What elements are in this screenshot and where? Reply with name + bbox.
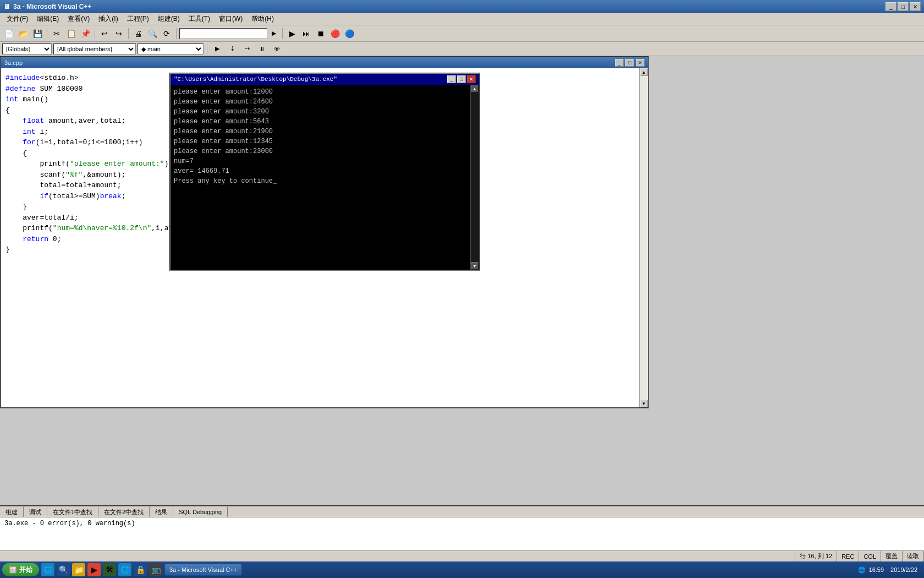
copy-button[interactable]: 📋 bbox=[64, 27, 78, 40]
app-title: 3a - Microsoft Visual C++ bbox=[13, 3, 92, 10]
console-maximize-button[interactable]: □ bbox=[457, 75, 466, 83]
save-button[interactable]: 💾 bbox=[31, 27, 44, 40]
cut-button[interactable]: ✂ bbox=[50, 27, 63, 40]
start-label: 开始 bbox=[19, 565, 32, 575]
editor-scrollbar[interactable]: ▲ ▼ bbox=[639, 68, 648, 407]
minimize-button[interactable]: _ bbox=[886, 2, 897, 11]
taskbar-search-icon[interactable]: 🔍 bbox=[57, 563, 70, 576]
step-over-button[interactable]: ⇢ bbox=[240, 42, 254, 56]
tab-find2[interactable]: 在文件2中查找 bbox=[98, 506, 150, 517]
search-input[interactable] bbox=[179, 28, 267, 39]
maximize-button[interactable]: □ bbox=[898, 2, 909, 11]
start-button[interactable]: 🪟 开始 bbox=[2, 563, 39, 576]
halt-button[interactable]: ⏸ bbox=[255, 42, 268, 56]
menu-window[interactable]: 窗口(W) bbox=[215, 13, 247, 25]
search-go-button[interactable]: ▶ bbox=[268, 27, 279, 40]
function-combo[interactable]: ◆ main bbox=[138, 43, 204, 54]
taskbar-time: 16:59 bbox=[869, 566, 884, 573]
step-into-button[interactable]: ⇣ bbox=[226, 42, 239, 56]
menu-insert[interactable]: 插入(I) bbox=[94, 13, 122, 25]
taskbar-vpn-icon[interactable]: 🔒 bbox=[134, 563, 147, 576]
taskbar-ie-icon[interactable]: 🌐 bbox=[41, 563, 54, 576]
scroll-down-button[interactable]: ▼ bbox=[640, 400, 648, 407]
main-toolbar: 📄 📂 💾 ✂ 📋 📌 ↩ ↪ 🖨 🔍 ⟳ ▶ ▶ ⏭ ⏹ 🔴 🔵 bbox=[0, 25, 924, 42]
globals-combo[interactable]: [Globals] bbox=[2, 43, 52, 54]
console-line-8: num=7 bbox=[174, 156, 467, 166]
tab-find1[interactable]: 在文件1中查找 bbox=[47, 506, 98, 517]
taskbar-media-icon[interactable]: ▶ bbox=[87, 563, 101, 576]
menu-edit[interactable]: 编辑(E) bbox=[32, 13, 63, 25]
console-titlebar: "C:\Users\Administrator\Desktop\Debug\3a… bbox=[170, 74, 479, 85]
console-title: "C:\Users\Administrator\Desktop\Debug\3a… bbox=[174, 76, 337, 83]
debug-button[interactable]: ▶ bbox=[211, 42, 224, 56]
taskbar-vcpp-button[interactable]: 3a - Microsoft Visual C++ bbox=[164, 564, 242, 576]
paste-button[interactable]: 📌 bbox=[79, 27, 92, 40]
console-minimize-button[interactable]: _ bbox=[447, 75, 456, 83]
console-line-4: please enter amount:5643 bbox=[174, 117, 467, 127]
editor-maximize-button[interactable]: □ bbox=[625, 59, 634, 67]
new-button[interactable]: 📄 bbox=[2, 27, 15, 40]
members-combo[interactable]: [All global members] bbox=[53, 43, 136, 54]
breakpoint-button[interactable]: 🔴 bbox=[328, 27, 342, 40]
status-ovr: 覆盖 bbox=[881, 551, 903, 561]
menu-view[interactable]: 查看(V) bbox=[63, 13, 94, 25]
console-controls[interactable]: _ □ ✕ bbox=[447, 75, 476, 83]
editor-minimize-button[interactable]: _ bbox=[615, 59, 624, 67]
scroll-up-button[interactable]: ▲ bbox=[640, 68, 648, 76]
status-col: COL bbox=[859, 551, 881, 561]
console-scrollbar[interactable]: ▲ ▼ bbox=[470, 85, 479, 270]
console-close-button[interactable]: ✕ bbox=[467, 75, 476, 83]
watch-button[interactable]: 👁 bbox=[270, 42, 283, 56]
step-button[interactable]: ⏭ bbox=[300, 27, 313, 40]
taskbar-right: 🌐 16:59 2019/2/22 bbox=[858, 566, 922, 574]
separator-1 bbox=[47, 28, 47, 39]
menu-help[interactable]: 帮助(H) bbox=[247, 13, 278, 25]
taskbar-ie2-icon[interactable]: 🌐 bbox=[118, 563, 131, 576]
print-button[interactable]: 🖨 bbox=[131, 27, 145, 40]
menu-project[interactable]: 工程(P) bbox=[123, 13, 153, 25]
menu-build[interactable]: 组建(B) bbox=[153, 13, 184, 25]
replace-button[interactable]: ⟳ bbox=[160, 27, 173, 40]
console-line-3: please enter amount:3200 bbox=[174, 107, 467, 117]
tab-results[interactable]: 结果 bbox=[150, 506, 173, 517]
output-panel: 组建 调试 在文件1中查找 在文件2中查找 结果 SQL Debugging 3… bbox=[0, 505, 924, 550]
separator-3 bbox=[128, 28, 129, 39]
class-toolbar: [Globals] [All global members] ◆ main ▶ … bbox=[0, 42, 924, 56]
editor-close-button[interactable]: ✕ bbox=[636, 59, 645, 67]
console-line-10: Press any key to continue_ bbox=[174, 176, 467, 186]
redo-button[interactable]: ↪ bbox=[112, 27, 125, 40]
editor-controls[interactable]: _ □ ✕ bbox=[615, 59, 645, 67]
title-bar: 🖥 3a - Microsoft Visual C++ _ □ ✕ bbox=[0, 0, 924, 13]
console-line-5: please enter amount:21900 bbox=[174, 127, 467, 137]
taskbar-media2-icon[interactable]: 📺 bbox=[149, 563, 162, 576]
open-button[interactable]: 📂 bbox=[16, 27, 30, 40]
tab-debug[interactable]: 调试 bbox=[24, 506, 47, 517]
undo-button[interactable]: ↩ bbox=[98, 27, 111, 40]
close-button[interactable]: ✕ bbox=[910, 2, 921, 11]
editor-title: 3a.cpp bbox=[4, 59, 23, 66]
separator-4 bbox=[176, 28, 177, 39]
tab-sql[interactable]: SQL Debugging bbox=[173, 506, 228, 517]
taskbar-tool-icon[interactable]: 🛠 bbox=[103, 563, 116, 576]
console-scroll-track[interactable] bbox=[471, 92, 479, 262]
status-rec: REC bbox=[837, 551, 859, 561]
status-position: 行 16, 列 12 bbox=[795, 551, 837, 561]
scroll-track[interactable] bbox=[640, 76, 648, 400]
menu-file[interactable]: 文件(F) bbox=[2, 13, 32, 25]
find-button[interactable]: 🔍 bbox=[146, 27, 159, 40]
clear-break-button[interactable]: 🔵 bbox=[343, 27, 356, 40]
title-controls[interactable]: _ □ ✕ bbox=[886, 2, 921, 11]
build-run-button[interactable]: ▶ bbox=[285, 27, 299, 40]
separator-6 bbox=[207, 43, 207, 54]
console-scroll-up[interactable]: ▲ bbox=[471, 85, 479, 92]
stop-button[interactable]: ⏹ bbox=[314, 27, 327, 40]
tab-build[interactable]: 组建 bbox=[0, 506, 24, 517]
status-read: 读取 bbox=[903, 551, 924, 561]
console-line-2: please enter amount:24600 bbox=[174, 97, 467, 107]
workspace: 3a.cpp _ □ ✕ #include<stdio.h> #define S… bbox=[0, 56, 924, 578]
app-icon: 🖥 bbox=[3, 3, 10, 10]
console-scroll-down[interactable]: ▼ bbox=[471, 262, 479, 270]
taskbar-explorer-icon[interactable]: 📁 bbox=[72, 563, 85, 576]
menu-tools[interactable]: 工具(T) bbox=[184, 13, 215, 25]
status-blank bbox=[0, 551, 795, 561]
